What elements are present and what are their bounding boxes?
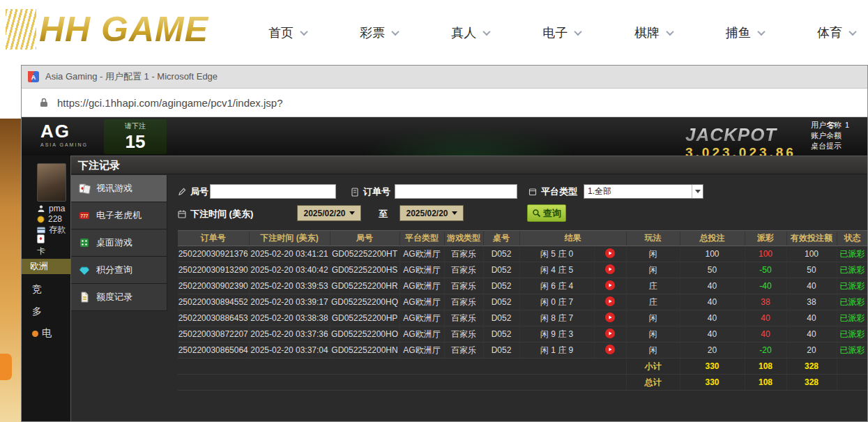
- subtotal-valid: 328: [786, 359, 837, 375]
- select-arrow[interactable]: [692, 185, 703, 198]
- sidebar-item-dianzi[interactable]: 电: [32, 327, 52, 340]
- menu-item-table-games[interactable]: 桌面游戏: [71, 229, 167, 257]
- cell-play: 庄: [626, 278, 680, 294]
- cell-replay[interactable]: [594, 310, 626, 326]
- table-row: 250220030902390 2025-02-20 03:39:53 GD05…: [178, 278, 867, 294]
- cell-valid: 100: [786, 246, 837, 262]
- cell-time: 2025-02-20 03:37:04: [249, 342, 330, 359]
- menu-item-slot-machines[interactable]: 777 电子老虎机: [71, 202, 167, 229]
- round-number-input[interactable]: [210, 184, 336, 199]
- nav-item-live[interactable]: 真人: [451, 24, 489, 41]
- cell-payout: -50: [745, 262, 786, 278]
- cell-replay[interactable]: [594, 342, 626, 359]
- sidebar-username: pma: [37, 204, 65, 213]
- nav-item-chess[interactable]: 棋牌: [634, 24, 673, 41]
- cell-replay[interactable]: [594, 262, 626, 278]
- chevron-down-icon: [391, 27, 399, 35]
- cell-replay[interactable]: [594, 246, 626, 262]
- lock-icon[interactable]: [38, 97, 50, 108]
- edge-urlbar[interactable]: https://gci.1hhapi.com/agingame/pcv1/ind…: [22, 89, 867, 117]
- col-game: 游戏类型: [444, 231, 483, 246]
- cell-replay[interactable]: [594, 326, 626, 342]
- cell-bet: 40: [680, 294, 745, 310]
- play-icon[interactable]: [605, 329, 615, 338]
- nav-label: 体育: [817, 24, 842, 41]
- date-to-select[interactable]: 2025/02/20: [399, 205, 464, 221]
- menu-item-quota-records[interactable]: 额度记录: [71, 284, 167, 311]
- sidebar-item-europe[interactable]: 欧洲: [22, 259, 70, 274]
- cell-time: 2025-02-20 03:37:36: [249, 326, 330, 342]
- window-list-icon: [528, 187, 538, 197]
- cell-round: GD052252200HS: [330, 262, 399, 278]
- cell-round: GD052252200HP: [330, 310, 399, 326]
- cards-icon: [78, 182, 91, 195]
- nav-item-lottery[interactable]: 彩票: [360, 24, 398, 41]
- play-icon[interactable]: [605, 312, 615, 322]
- bet-time-label: 下注时间 (美东): [177, 208, 253, 220]
- chevron-down-icon: [757, 27, 765, 35]
- ag-page: AG ASIA GAMING 请下注 15 JACKPOT 3,023,023.…: [22, 117, 867, 421]
- cell-play: 庄: [626, 294, 680, 310]
- edge-window: A Asia Gaming - 用户配置 1 - Microsoft Edge …: [21, 65, 868, 422]
- sidebar-card-icon-row[interactable]: [37, 234, 45, 243]
- site-logo-text: HH GAME: [39, 8, 208, 50]
- sidebar-item-duo[interactable]: 多: [32, 306, 42, 318]
- cell-platform: AG欧洲厅: [399, 326, 444, 342]
- cell-table: D052: [483, 342, 519, 359]
- play-icon[interactable]: [605, 280, 615, 290]
- cell-game: 百家乐: [444, 294, 483, 310]
- order-number-input[interactable]: [395, 184, 517, 199]
- cell-status: 已派彩: [837, 262, 867, 278]
- query-button[interactable]: 查询: [527, 204, 566, 222]
- cell-game: 百家乐: [444, 262, 483, 278]
- cell-status: 已派彩: [837, 246, 867, 262]
- url-text[interactable]: https://gci.1hhapi.com/agingame/pcv1/ind…: [57, 97, 283, 109]
- table-tip-label: 桌台提示: [811, 141, 865, 151]
- sidebar-item-jing[interactable]: 竞: [32, 283, 42, 296]
- play-icon[interactable]: [605, 264, 615, 274]
- play-icon[interactable]: [605, 345, 615, 354]
- nav-item-home[interactable]: 首页: [268, 24, 307, 41]
- cell-game: 百家乐: [444, 342, 483, 359]
- coin-icon: [37, 216, 45, 223]
- cell-status: 已派彩: [837, 310, 867, 326]
- cell-order: 250220030902390: [178, 278, 249, 294]
- play-icon[interactable]: [605, 296, 615, 306]
- subtotal-bet: 330: [680, 359, 745, 375]
- cell-platform: AG欧洲厅: [399, 294, 444, 310]
- cell-result: 闲 5 庄 0: [519, 246, 594, 262]
- play-icon[interactable]: [605, 248, 615, 258]
- user-info-panel: 用户名称1 账户余额 桌台提示: [811, 120, 865, 151]
- cell-replay[interactable]: [594, 278, 626, 294]
- user-badge: 1: [845, 121, 849, 129]
- nav-item-sports[interactable]: 体育: [817, 24, 855, 41]
- edge-titlebar[interactable]: A Asia Gaming - 用户配置 1 - Microsoft Edge: [22, 66, 867, 89]
- cell-status: 已派彩: [837, 278, 867, 294]
- date-from-select[interactable]: 2025/02/20: [297, 205, 361, 221]
- nav-label: 真人: [451, 24, 476, 41]
- cell-table: D052: [483, 278, 519, 294]
- table-header-row: 订单号 下注时间 (美东) 局号 平台类型 游戏类型 桌号 结果 玩法 总投注 …: [178, 231, 867, 246]
- platform-type-select[interactable]: 1.全部: [584, 184, 703, 199]
- cell-game: 百家乐: [444, 310, 483, 326]
- cell-round: GD052252200HO: [330, 326, 399, 342]
- floating-service-tab[interactable]: [0, 354, 12, 380]
- triangle-down-icon: [349, 211, 355, 215]
- sidebar-item-cards[interactable]: 卡: [37, 246, 45, 257]
- cell-game: 百家乐: [444, 326, 483, 342]
- cell-table: D052: [483, 246, 519, 262]
- site-logo[interactable]: HH GAME: [6, 8, 208, 50]
- site-nav: 首页 彩票 真人 电子 棋牌 捕鱼 体育: [268, 0, 855, 65]
- balance-label: 账户余额: [811, 130, 865, 141]
- menu-item-points-query[interactable]: 积分查询: [71, 257, 167, 284]
- cell-platform: AG欧洲厅: [399, 310, 444, 326]
- nav-item-slots[interactable]: 电子: [542, 24, 581, 41]
- cell-valid: 40: [786, 278, 837, 294]
- cell-platform: AG欧洲厅: [399, 342, 444, 359]
- ag-logo: AG ASIA GAMING: [40, 122, 88, 147]
- cell-replay[interactable]: [594, 294, 626, 310]
- cell-result: 闲 1 庄 9: [519, 342, 594, 359]
- nav-label: 电子: [542, 24, 568, 41]
- nav-item-fishing[interactable]: 捕鱼: [726, 24, 764, 41]
- menu-item-video-games[interactable]: 视讯游戏: [71, 175, 167, 202]
